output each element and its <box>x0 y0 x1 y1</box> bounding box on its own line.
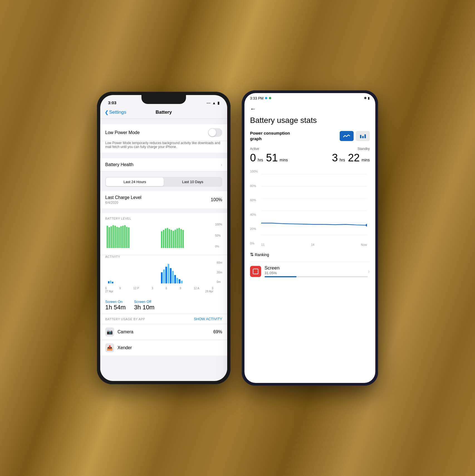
svg-point-46 <box>366 224 367 227</box>
android-status-bar: 3:33 PM ✱ ▮ <box>244 93 375 103</box>
stats-row: Active 0 hrs 51 mins Standby 3 hrs <box>250 147 370 164</box>
camera-usage: 69% <box>213 329 222 334</box>
xender-app-icon: 📤 <box>105 343 114 352</box>
x-label-3b: 3 <box>212 287 213 290</box>
last-charge-value: 100% <box>211 197 222 202</box>
chart-x-labels: 11 14 Now <box>261 243 367 246</box>
screen-app-row[interactable]: Screen 31.05% › <box>250 262 370 281</box>
svg-rect-15 <box>167 228 168 248</box>
svg-rect-27 <box>161 272 163 283</box>
svg-rect-1 <box>109 227 110 248</box>
android-time: 3:33 PM <box>250 96 263 100</box>
wave-icon <box>343 133 351 139</box>
date-27apr: 27 Apr <box>105 290 113 293</box>
ranking-row: ⇅ Ranking <box>250 252 370 257</box>
screen-app-info: Screen 31.05% <box>265 265 368 277</box>
back-label: Settings <box>109 110 126 115</box>
bluetooth-icon: ✱ <box>364 96 367 100</box>
battery-level-section: BATTERY LEVEL 100% 50% 0% <box>100 213 227 255</box>
iphone-device: 3:03 ···· ▲ ▮ ❮ Settings Battery <box>97 92 231 384</box>
activity-y-0: 0m <box>217 280 222 283</box>
wave-chart-button[interactable] <box>340 131 354 141</box>
phones-container: 3:03 ···· ▲ ▮ ❮ Settings Battery <box>97 90 378 386</box>
x-axis-labels: 6 9 12 P 3 6 9 12 A 3 <box>105 287 222 290</box>
camera-app-icon: 📷 <box>105 327 114 336</box>
svg-rect-21 <box>178 228 180 248</box>
battery-usage-chart: 100% 80% 60% 40% 20% 0% <box>250 168 370 246</box>
svg-rect-47 <box>253 269 258 274</box>
screen-off-value: 3h 10m <box>134 304 154 311</box>
indicator-blue <box>265 97 267 99</box>
android-device: 3:33 PM ✱ ▮ ← Battery usage stats Power … <box>242 90 378 386</box>
battery-y-labels: 100% 50% 0% <box>215 223 222 248</box>
last-24h-button[interactable]: Last 24 Hours <box>106 178 164 186</box>
battery-by-app-header: BATTERY USAGE BY APP SHOW ACTIVITY <box>100 314 227 324</box>
svg-rect-31 <box>170 268 172 283</box>
chevron-right-icon: › <box>221 162 222 167</box>
x-label-9: 9 <box>119 287 121 290</box>
x-label-14: 14 <box>311 243 314 246</box>
y-60: 60% <box>250 198 258 202</box>
x-label-6b: 6 <box>166 287 167 290</box>
screen-on-value: 1h 54m <box>105 304 126 311</box>
low-power-toggle[interactable] <box>208 128 222 137</box>
x-label-9b: 9 <box>180 287 181 290</box>
battery-by-app-title: BATTERY USAGE BY APP <box>105 317 145 321</box>
signal-icon: ···· <box>207 101 210 105</box>
screen-on-item: Screen On 1h 54m <box>105 300 126 311</box>
x-label-3: 3 <box>151 287 153 290</box>
svg-rect-16 <box>169 229 170 248</box>
low-power-mode-section: Low Power Mode Low Power Mode temporaril… <box>100 124 227 153</box>
chevron-left-icon: ❮ <box>105 110 109 115</box>
y-40: 40% <box>250 213 258 216</box>
standby-mins-label: mins <box>361 158 370 162</box>
y-80: 80% <box>250 184 258 188</box>
svg-rect-20 <box>177 229 178 248</box>
standby-label: Standby <box>332 147 370 151</box>
y-label-100: 100% <box>215 223 222 226</box>
show-activity-button[interactable]: SHOW ACTIVITY <box>194 317 222 321</box>
battery-health-row[interactable]: Battery Health › <box>100 158 227 171</box>
svg-rect-0 <box>107 226 108 248</box>
svg-rect-4 <box>114 226 116 248</box>
last-10d-button[interactable]: Last 10 Days <box>164 178 222 186</box>
toggle-thumb <box>209 129 216 136</box>
y-0: 0% <box>250 242 258 245</box>
active-mins-label: mins <box>280 158 288 162</box>
android-page-title: Battery usage stats <box>250 116 370 125</box>
android-screen: 3:33 PM ✱ ▮ ← Battery usage stats Power … <box>244 93 375 383</box>
android-content: ← Battery usage stats Power consumption … <box>244 103 375 383</box>
android-status-left: 3:33 PM <box>250 96 271 100</box>
standby-hrs-label: hrs <box>340 158 345 162</box>
screen-app-name: Screen <box>265 265 368 271</box>
back-button[interactable]: ❮ Settings <box>105 110 126 115</box>
y-label-50: 50% <box>215 234 222 237</box>
svg-rect-9 <box>124 225 126 248</box>
activity-chart: 60m 30m 0m <box>105 261 222 286</box>
svg-rect-30 <box>168 264 169 283</box>
bar-chart-button[interactable] <box>356 131 370 141</box>
svg-rect-5 <box>116 227 118 248</box>
low-power-mode-row: Low Power Mode <box>100 124 227 141</box>
svg-rect-11 <box>128 227 129 248</box>
activity-title: ACTIVITY <box>105 255 222 258</box>
android-status-right: ✱ ▮ <box>364 96 370 100</box>
activity-chart-section: ACTIVITY 60m 30m 0m <box>100 255 227 297</box>
graph-toggle-group <box>340 131 370 141</box>
xender-app-name: Xender <box>117 345 132 350</box>
active-mins: 51 <box>266 152 278 164</box>
wifi-icon: ▲ <box>212 101 216 105</box>
svg-rect-18 <box>173 231 174 248</box>
svg-rect-8 <box>122 226 124 248</box>
battery-chart-svg <box>105 223 211 248</box>
android-back-button[interactable]: ← <box>250 105 370 113</box>
camera-app-name: Camera <box>117 329 133 334</box>
last-charge-title: Last Charge Level <box>105 195 141 200</box>
standby-hours: 3 <box>332 152 338 164</box>
iphone-status-icons: ···· ▲ ▮ <box>207 101 219 105</box>
svg-rect-32 <box>172 271 174 283</box>
battery-line-chart-svg <box>261 170 367 239</box>
iphone-screen: 3:03 ···· ▲ ▮ ❮ Settings Battery <box>100 95 227 381</box>
battery-icon: ▮ <box>217 101 219 105</box>
xender-app-row: 📤 Xender <box>100 340 227 356</box>
